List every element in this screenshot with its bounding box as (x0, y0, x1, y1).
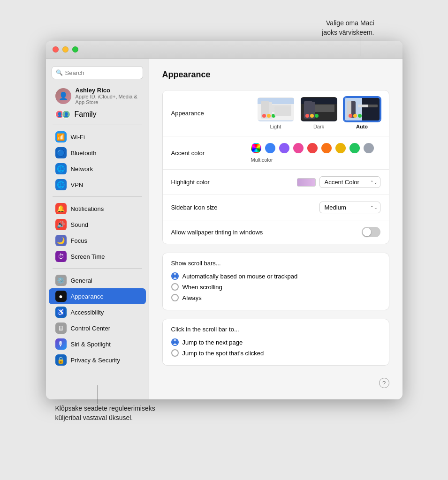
wallpaper-tinting-row: Allow wallpaper tinting in windows (163, 220, 389, 244)
scroll-bars-radio-group: Automatically based on mouse or trackpad… (171, 270, 380, 303)
sidebar-item-accessibility[interactable]: ♿ Accessibility (49, 304, 146, 320)
help-button[interactable]: ? (379, 378, 389, 388)
sidebar-item-wifi[interactable]: 📶 Wi-Fi (49, 129, 146, 145)
appearance-light-option[interactable]: Light (258, 97, 294, 129)
scroll-bars-row: Show scroll bars... Automatically based … (163, 253, 389, 310)
accent-multicolor-dot[interactable] (251, 143, 261, 153)
appearance-dark-option[interactable]: Dark (301, 97, 337, 129)
auto-label: Auto (356, 124, 368, 129)
accent-blue-dot[interactable] (265, 143, 275, 153)
wallpaper-tinting-control (267, 227, 380, 237)
main-content: Appearance Appearance (149, 59, 402, 399)
light-label: Light (270, 124, 281, 129)
scroll-when-scrolling-radio[interactable] (171, 283, 179, 291)
highlight-swatch (297, 178, 316, 187)
sidebar-label-control-center: Control Center (71, 325, 111, 332)
sidebar-label-appearance: Appearance (71, 293, 104, 300)
appearance-row: Appearance (163, 90, 389, 136)
accent-color-label: Accent color (171, 150, 246, 157)
sidebar-icon-size-dropdown[interactable]: Medium (319, 202, 380, 213)
appearance-thumb-group: Light Dark (258, 97, 380, 129)
accent-color-row: Accent color Mul (163, 136, 389, 170)
sidebar-item-vpn[interactable]: 🌐 VPN (49, 177, 146, 193)
sidebar-label-bluetooth: Bluetooth (71, 150, 97, 157)
sidebar-item-user[interactable]: 👤 Ashley Rico Apple ID, iCloud+, Media &… (49, 84, 146, 108)
sidebar-item-bluetooth[interactable]: 🔵 Bluetooth (49, 145, 146, 161)
appearance-auto-option[interactable]: Auto (344, 97, 380, 129)
click-next-page-option[interactable]: Jump to the next page (171, 338, 380, 346)
highlight-color-dropdown[interactable]: Accent Color (319, 176, 380, 188)
notifications-icon: 🔔 (55, 203, 67, 214)
dark-thumbnail[interactable] (301, 97, 337, 121)
scroll-auto-radio[interactable] (171, 272, 179, 280)
click-next-page-radio[interactable] (171, 338, 179, 346)
maximize-button[interactable] (72, 46, 78, 52)
system-preferences-window: 🔍 👤 Ashley Rico Apple ID, iCloud+, Media… (46, 41, 402, 399)
sidebar-divider-3 (53, 268, 142, 269)
click-spot-radio[interactable] (171, 349, 179, 357)
click-scroll-header: Click in the scroll bar to... (171, 326, 380, 333)
sidebar-item-privacy[interactable]: 🔒 Privacy & Security (49, 352, 146, 368)
sidebar-icon-size-row: Sidebar icon size Medium (163, 195, 389, 220)
auto-thumbnail[interactable] (344, 97, 380, 121)
sidebar-item-notifications[interactable]: 🔔 Notifications (49, 201, 146, 217)
sidebar-label-notifications: Notifications (71, 205, 104, 212)
sidebar-item-appearance[interactable]: ● Appearance (49, 288, 146, 304)
sidebar: 🔍 👤 Ashley Rico Apple ID, iCloud+, Media… (46, 59, 149, 399)
focus-icon: 🌙 (55, 235, 67, 246)
minimize-button[interactable] (62, 46, 68, 52)
scroll-always-option[interactable]: Always (171, 294, 380, 301)
appearance-icon: ● (55, 291, 67, 302)
scroll-when-scrolling-option[interactable]: When scrolling (171, 283, 380, 291)
click-scroll-section: Click in the scroll bar to... Jump to th… (162, 319, 389, 366)
sidebar-item-control-center[interactable]: 🖥 Control Center (49, 320, 146, 336)
light-thumbnail[interactable] (258, 97, 294, 121)
search-input[interactable] (65, 69, 139, 76)
sidebar-item-network[interactable]: 🌐 Network (49, 161, 146, 177)
accent-purple-dot[interactable] (279, 143, 289, 153)
click-next-page-label: Jump to the next page (182, 339, 243, 346)
wallpaper-tinting-toggle[interactable] (362, 227, 380, 237)
sidebar-item-screentime[interactable]: ⏱ Screen Time (49, 248, 146, 264)
sidebar-label-focus: Focus (71, 237, 87, 244)
accent-yellow-dot[interactable] (335, 143, 346, 153)
sidebar-label-network: Network (71, 165, 93, 172)
sidebar-item-siri[interactable]: 🎙 Siri & Spotlight (49, 336, 146, 352)
accent-color-swatches (251, 143, 374, 153)
accent-orange-dot[interactable] (321, 143, 332, 153)
sidebar-icon-size-control: Medium (251, 202, 380, 213)
general-icon: ⚙️ (55, 275, 67, 286)
sidebar-divider-1 (53, 125, 142, 125)
accent-color-control: Multicolor (251, 143, 380, 163)
privacy-icon: 🔒 (55, 354, 67, 366)
sidebar-label-accessibility: Accessibility (71, 309, 104, 316)
search-box[interactable]: 🔍 (52, 66, 143, 79)
scroll-always-radio[interactable] (171, 294, 179, 301)
scroll-always-label: Always (182, 294, 202, 301)
sidebar-item-general[interactable]: ⚙️ General (49, 272, 146, 288)
accent-red-dot[interactable] (307, 143, 318, 153)
sidebar-label-screentime: Screen Time (71, 253, 105, 260)
scroll-auto-label: Automatically based on mouse or trackpad (182, 273, 298, 280)
highlight-color-control: Accent Color (251, 176, 380, 188)
highlight-color-row: Highlight color Accent Color (163, 170, 389, 195)
accent-green-dot[interactable] (349, 143, 360, 153)
user-subtitle: Apple ID, iCloud+, Media & App Store (76, 94, 139, 105)
sidebar-item-family[interactable]: 👤 👤 Family (49, 108, 146, 121)
sound-icon: 🔊 (55, 219, 67, 230)
appearance-row-label: Appearance (171, 110, 246, 117)
scroll-auto-option[interactable]: Automatically based on mouse or trackpad (171, 272, 380, 280)
accent-gray-dot[interactable] (364, 143, 374, 153)
click-spot-option[interactable]: Jump to the spot that's clicked (171, 349, 380, 357)
titlebar (46, 41, 402, 59)
scroll-bars-section: Show scroll bars... Automatically based … (162, 253, 389, 310)
control-center-icon: 🖥 (55, 322, 67, 334)
page-title: Appearance (162, 70, 389, 80)
close-button[interactable] (53, 46, 59, 52)
accent-pink-dot[interactable] (293, 143, 304, 153)
click-scroll-row: Click in the scroll bar to... Jump to th… (163, 319, 389, 365)
sidebar-item-sound[interactable]: 🔊 Sound (49, 217, 146, 232)
dark-label: Dark (313, 124, 324, 129)
family-avatar-2: 👤 (62, 110, 70, 119)
sidebar-item-focus[interactable]: 🌙 Focus (49, 232, 146, 248)
